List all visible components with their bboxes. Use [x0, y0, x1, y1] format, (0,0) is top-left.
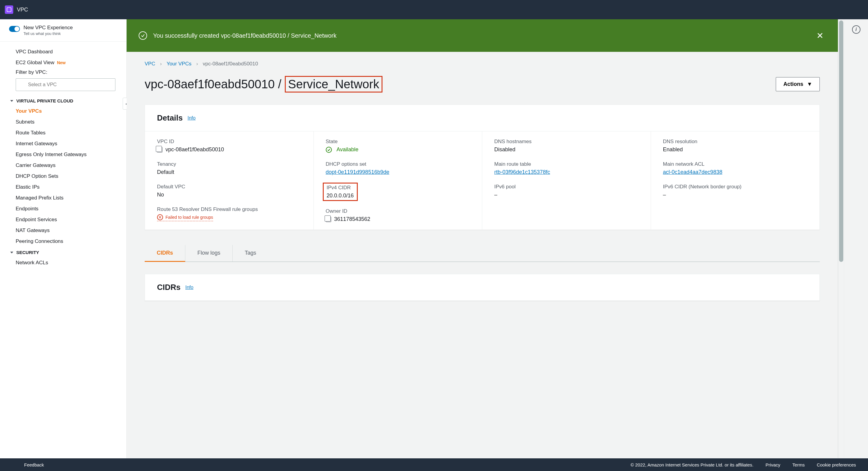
owner-value: 361178543562 [334, 216, 370, 222]
top-bar: VPC [0, 0, 868, 19]
cidrs-panel: CIDRs Info [145, 274, 820, 301]
owner-label: Owner ID [326, 208, 470, 214]
main-network-acl-link[interactable]: acl-0c1ead4aa7dec9838 [663, 169, 722, 176]
sidebar-item-internet-gateways[interactable]: Internet Gateways [0, 138, 126, 149]
sidebar-item-peering[interactable]: Peering Connections [0, 236, 126, 247]
cidrs-heading: CIDRs [157, 283, 181, 292]
new-experience-toggle[interactable] [9, 26, 20, 32]
footer: Feedback © 2022, Amazon Internet Service… [0, 458, 868, 471]
privacy-link[interactable]: Privacy [766, 462, 780, 467]
sidebar-item-carrier-gateways[interactable]: Carrier Gateways [0, 160, 126, 171]
tenancy-value: Default [157, 169, 301, 176]
state-value: Available [337, 147, 359, 153]
chevron-right-icon: › [160, 61, 162, 67]
ipv6-pool-label: IPv6 pool [494, 184, 639, 190]
default-vpc-value: No [157, 192, 301, 198]
tab-flow-logs[interactable]: Flow logs [185, 245, 233, 261]
feedback-link[interactable]: Feedback [24, 462, 44, 467]
tab-cidrs[interactable]: CIDRs [145, 245, 185, 262]
sidebar-item-ec2-global[interactable]: EC2 Global View New [0, 57, 126, 68]
dns-hostnames-value: Disabled [494, 147, 639, 153]
new-badge: New [57, 60, 66, 65]
page-title: vpc-08aef1f0eabd50010 / Service_Network [145, 76, 382, 93]
cookie-preferences-link[interactable]: Cookie preferences [817, 462, 856, 467]
route53-error[interactable]: ✕ Failed to load rule groups [157, 214, 213, 221]
filter-by-vpc-label: Filter by VPC: [0, 68, 126, 76]
vpc-id-value: vpc-08aef1f0eabd50010 [165, 147, 224, 153]
svg-rect-0 [7, 7, 11, 12]
terms-link[interactable]: Terms [792, 462, 805, 467]
vpc-filter-input[interactable] [16, 78, 116, 91]
help-icon[interactable]: i [852, 25, 861, 34]
details-heading: Details [157, 113, 183, 123]
main-scrollbar[interactable] [838, 19, 844, 458]
breadcrumb: VPC › Your VPCs › vpc-08aef1f0eabd50010 [145, 61, 820, 67]
breadcrumb-your-vpcs[interactable]: Your VPCs [167, 61, 192, 67]
sidebar-item-subnets[interactable]: Subnets [0, 117, 126, 127]
dhcp-link[interactable]: dopt-0e1191d998516b9de [326, 169, 390, 176]
banner-close-button[interactable]: ✕ [814, 31, 826, 41]
route53-label: Route 53 Resolver DNS Firewall rule grou… [157, 207, 301, 213]
highlighted-vpc-name: Service_Network [285, 76, 382, 93]
ec2-global-label: EC2 Global View [16, 60, 54, 65]
ipv4cidr-label: IPv4 CIDR [327, 185, 354, 191]
chevron-right-icon: › [196, 61, 198, 67]
copy-icon[interactable] [326, 217, 331, 222]
copyright-text: © 2022, Amazon Internet Services Private… [630, 462, 753, 467]
dns-resolution-value: Enabled [663, 147, 808, 153]
main-route-table-label: Main route table [494, 161, 639, 167]
breadcrumb-vpc[interactable]: VPC [145, 61, 155, 67]
caret-down-icon [10, 252, 13, 253]
ipv6-cidr-value: – [663, 192, 808, 198]
breadcrumb-current: vpc-08aef1f0eabd50010 [203, 61, 258, 67]
new-experience-title: New VPC Experience [24, 25, 73, 31]
error-icon: ✕ [157, 214, 163, 220]
scrollbar-thumb[interactable] [839, 21, 843, 262]
main-content: You successfully created vpc-08aef1f0eab… [127, 19, 838, 458]
sidebar-heading-security[interactable]: SECURITY [0, 247, 126, 257]
help-panel-column: i [844, 19, 868, 458]
success-banner: You successfully created vpc-08aef1f0eab… [127, 19, 838, 52]
details-info-link[interactable]: Info [187, 116, 195, 121]
ipv6-cidr-label: IPv6 CIDR (Network border group) [663, 184, 808, 190]
copy-icon[interactable] [157, 147, 162, 153]
tab-tags[interactable]: Tags [233, 245, 268, 261]
vpc-id-label: VPC ID [157, 138, 301, 145]
banner-message: You successfully created vpc-08aef1f0eab… [153, 32, 814, 39]
dns-hostnames-label: DNS hostnames [494, 138, 639, 145]
state-label: State [326, 138, 470, 145]
new-experience-toggle-row: New VPC Experience Tell us what you thin… [0, 19, 126, 41]
tabs: CIDRs Flow logs Tags [145, 245, 820, 262]
details-panel: Details Info VPC ID vpc-08aef1f0eabd5001… [145, 104, 820, 230]
cidrs-info-link[interactable]: Info [185, 285, 193, 290]
service-name: VPC [17, 7, 28, 13]
sidebar-item-endpoints[interactable]: Endpoints [0, 203, 126, 214]
main-network-acl-label: Main network ACL [663, 161, 808, 167]
sidebar-heading-vpc[interactable]: VIRTUAL PRIVATE CLOUD [0, 95, 126, 106]
sidebar-item-managed-prefix-lists[interactable]: Managed Prefix Lists [0, 193, 126, 203]
dhcp-label: DHCP options set [326, 161, 470, 167]
sidebar-item-network-acls[interactable]: Network ACLs [0, 257, 126, 268]
default-vpc-label: Default VPC [157, 184, 301, 190]
new-experience-subtitle[interactable]: Tell us what you think [24, 31, 73, 36]
sidebar-item-egress-igw[interactable]: Egress Only Internet Gateways [0, 149, 126, 160]
actions-button[interactable]: Actions ▼ [776, 77, 820, 91]
sidebar-item-dhcp-option-sets[interactable]: DHCP Option Sets [0, 171, 126, 182]
sidebar-item-elastic-ips[interactable]: Elastic IPs [0, 182, 126, 193]
sidebar: New VPC Experience Tell us what you thin… [0, 19, 127, 458]
highlighted-ipv4-cidr: IPv4 CIDR 20.0.0.0/16 [323, 183, 358, 201]
dns-resolution-label: DNS resolution [663, 138, 808, 145]
caret-down-icon: ▼ [807, 81, 812, 87]
sidebar-item-endpoint-services[interactable]: Endpoint Services [0, 214, 126, 225]
sidebar-item-route-tables[interactable]: Route Tables [0, 127, 126, 138]
success-icon [138, 31, 147, 40]
vpc-service-icon [5, 5, 13, 14]
sidebar-item-nat-gateways[interactable]: NAT Gateways [0, 225, 126, 236]
ipv6-pool-value: – [494, 192, 639, 198]
status-ok-icon [326, 147, 332, 153]
sidebar-item-your-vpcs[interactable]: Your VPCs [0, 106, 126, 117]
main-route-table-link[interactable]: rtb-03f96de1c135378fc [494, 169, 550, 176]
sidebar-item-dashboard[interactable]: VPC Dashboard [0, 46, 126, 57]
tenancy-label: Tenancy [157, 161, 301, 167]
ipv4cidr-value: 20.0.0.0/16 [327, 193, 354, 199]
